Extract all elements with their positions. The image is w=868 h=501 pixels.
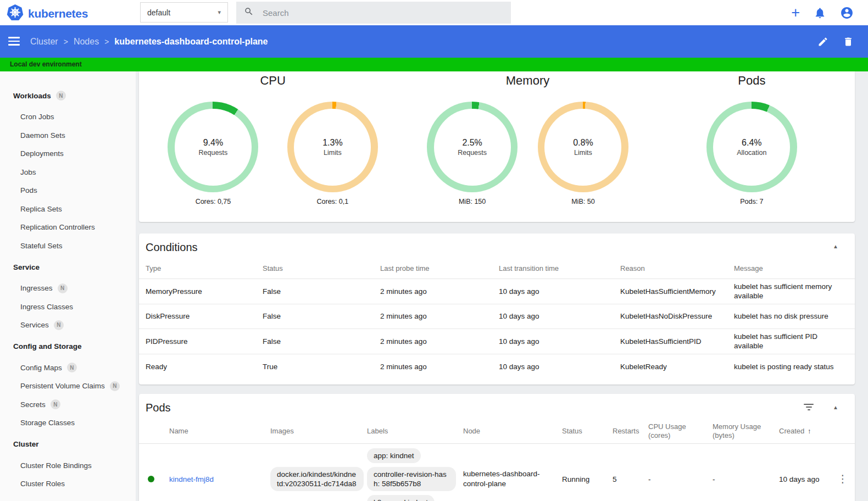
donut-footer: MiB: 150 (459, 198, 486, 205)
create-resource-button[interactable]: + (791, 5, 800, 20)
condition-row: MemoryPressure False 2 minutes ago 10 da… (139, 279, 855, 304)
condition-row: DiskPressure False 2 minutes ago 10 days… (139, 304, 855, 330)
pods-col-labels[interactable]: Labels (367, 427, 463, 436)
page-title: kubernetes-dashboard-control-plane (114, 37, 268, 47)
breadcrumb-bar: Cluster > Nodes > kubernetes-dashboard-c… (0, 25, 868, 58)
conditions-title: Conditions (146, 241, 198, 253)
allocation-charts-card: CPU 9.4% Requests Cores: 0,75 (139, 71, 855, 222)
menu-hamburger-icon[interactable] (8, 37, 20, 46)
sidebar-item-jobs[interactable]: Jobs (0, 163, 136, 182)
search-bar[interactable] (236, 2, 511, 24)
pods-title: Pods (146, 402, 171, 414)
row-menu-kebab-icon[interactable]: ⋮ (837, 476, 848, 482)
labels-cell: app: kindnet controller-revision-hash: 5… (367, 448, 463, 501)
chevron-down-icon: ▾ (218, 9, 221, 16)
brand-name: kubernetes (28, 7, 88, 20)
sidebar-item-secrets[interactable]: Secrets N (0, 396, 136, 414)
breadcrumb-nodes[interactable]: Nodes (74, 37, 99, 47)
pod-name-link[interactable]: kindnet-fmj8d (169, 475, 270, 483)
edit-pencil-icon[interactable] (817, 36, 828, 47)
sidebar-section-workloads: Workloads N (0, 86, 136, 105)
pod-memory-usage: - (713, 475, 779, 484)
user-account-icon[interactable] (840, 6, 854, 20)
environment-banner: Local dev environment (0, 58, 868, 71)
pods-col-cpu[interactable]: CPU Usage (cores) (648, 422, 713, 440)
sidebar-item-deployments[interactable]: Deployments (0, 144, 136, 163)
new-badge: N (110, 381, 120, 391)
sidebar-item-config-maps[interactable]: Config Maps N (0, 359, 136, 377)
pods-card: Pods ▲ Name Images Labels Node Status Re… (139, 394, 855, 501)
pods-chart-group: Pods 6.4% Allocation Pods: 7 (649, 73, 855, 222)
pods-col-memory[interactable]: Memory Usage (bytes) (713, 422, 779, 440)
filter-icon[interactable] (803, 404, 814, 410)
pods-col-images[interactable]: Images (270, 427, 367, 436)
sidebar-item-ingress-classes[interactable]: Ingress Classes (0, 298, 136, 316)
sidebar-item-ingresses[interactable]: Ingresses N (0, 279, 136, 298)
donut-footer: Cores: 0,75 (196, 198, 231, 205)
search-input[interactable] (263, 8, 503, 18)
pod-row: kindnet-fmj8d docker.io/kindest/kindnetd… (139, 444, 855, 501)
label-chip: app: kindnet (367, 448, 421, 463)
memory-limits-donut: 0.8% Limits (538, 102, 628, 192)
breadcrumb-separator: > (104, 37, 109, 46)
pods-col-node[interactable]: Node (463, 427, 562, 436)
notifications-bell-icon[interactable] (814, 7, 826, 19)
pods-header-row: Name Images Labels Node Status Restarts … (139, 419, 855, 444)
pods-col-name[interactable]: Name (169, 427, 270, 436)
sidebar-item-persistent-volume-claims[interactable]: Persistent Volume Claims N (0, 377, 136, 396)
breadcrumb-cluster[interactable]: Cluster (30, 37, 58, 47)
pod-created: 10 days ago (779, 475, 837, 484)
search-icon (244, 7, 254, 19)
sidebar-item-pods[interactable]: Pods (0, 181, 136, 200)
sidebar-section-service: Service (0, 258, 136, 276)
image-chip: docker.io/kindest/kindnetd:v20230511-dc7… (270, 467, 364, 491)
sidebar: Workloads N Cron Jobs Daemon Sets Deploy… (0, 71, 136, 501)
new-badge: N (51, 399, 60, 409)
chart-group-title: Pods (738, 73, 765, 88)
kubernetes-dashboard: kubernetes default ▾ + (0, 0, 868, 501)
condition-row: Ready True 2 minutes ago 10 days ago Kub… (139, 354, 855, 380)
brand[interactable]: kubernetes (7, 4, 88, 23)
new-badge: N (58, 283, 68, 293)
top-header: kubernetes default ▾ + (0, 0, 868, 25)
new-badge: N (56, 91, 66, 101)
donut-footer: Cores: 0,1 (317, 198, 349, 205)
pods-col-restarts[interactable]: Restarts (613, 427, 648, 436)
sidebar-item-cluster-roles[interactable]: Cluster Roles (0, 475, 136, 493)
donut-footer: MiB: 50 (571, 198, 594, 205)
pod-status-dot (148, 476, 154, 482)
sidebar-item-storage-classes[interactable]: Storage Classes (0, 414, 136, 432)
chart-group-title: CPU (260, 73, 285, 88)
collapse-icon[interactable]: ▲ (833, 243, 838, 249)
chart-group-title: Memory (506, 73, 549, 88)
sort-ascending-icon: ↑ (808, 427, 811, 435)
pods-col-created[interactable]: Created ↑ (779, 427, 837, 436)
new-badge: N (54, 320, 64, 330)
pods-col-status[interactable]: Status (562, 427, 613, 436)
new-badge: N (67, 363, 77, 372)
sidebar-item-replication-controllers[interactable]: Replication Controllers (0, 218, 136, 237)
cpu-limits-donut: 1.3% Limits (287, 102, 378, 192)
cpu-chart-group: CPU 9.4% Requests Cores: 0,75 (139, 73, 407, 222)
sidebar-item-stateful-sets[interactable]: Stateful Sets (0, 237, 136, 255)
sidebar-item-cluster-role-bindings[interactable]: Cluster Role Bindings (0, 457, 136, 475)
sidebar-item-services[interactable]: Services N (0, 316, 136, 335)
collapse-icon[interactable]: ▲ (833, 404, 838, 410)
namespace-value: default (147, 8, 218, 17)
pods-allocation-donut: 6.4% Allocation (706, 102, 797, 192)
top-actions: + (791, 0, 854, 25)
donut-footer: Pods: 7 (740, 198, 763, 205)
node-actions (817, 25, 854, 58)
memory-requests-donut: 2.5% Requests (427, 102, 518, 192)
pod-status: Running (562, 475, 613, 484)
delete-trash-icon[interactable] (843, 36, 854, 47)
breadcrumb-separator: > (64, 37, 68, 46)
kubernetes-logo-icon (7, 4, 24, 23)
label-chip: controller-revision-hash: 58f5b657b8 (367, 467, 456, 491)
namespace-selector[interactable]: default ▾ (140, 2, 228, 23)
sidebar-item-daemon-sets[interactable]: Daemon Sets (0, 126, 136, 145)
sidebar-item-replica-sets[interactable]: Replica Sets (0, 200, 136, 219)
pod-restarts: 5 (613, 475, 648, 484)
sidebar-item-cron-jobs[interactable]: Cron Jobs (0, 108, 136, 126)
sidebar-section-cluster: Cluster (0, 435, 136, 454)
